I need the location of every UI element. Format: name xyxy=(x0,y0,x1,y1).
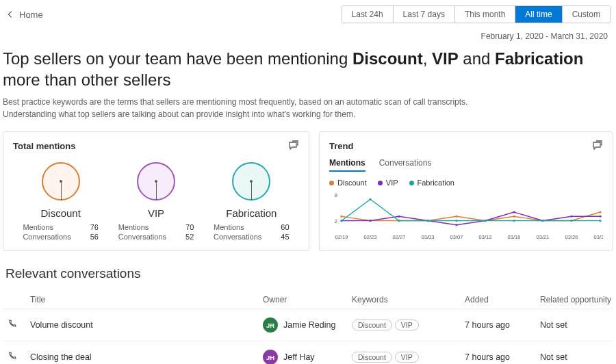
mention-circle-icon xyxy=(42,162,80,200)
row-owner: JRJamie Reding xyxy=(263,317,352,333)
col-opportunity: Related opportunity xyxy=(540,295,612,304)
total-mentions-card: Total mentions DiscountMentions76Convers… xyxy=(3,131,309,251)
trend-title: Trend xyxy=(329,141,353,151)
avatar: JR xyxy=(263,317,278,333)
mention-item-fabrication: FabricationMentions60Conversations45 xyxy=(214,162,290,241)
svg-point-22 xyxy=(599,216,601,218)
svg-point-30 xyxy=(541,220,543,222)
svg-text:03/26: 03/26 xyxy=(565,234,578,240)
phone-icon xyxy=(7,319,17,329)
back-arrow-icon xyxy=(5,10,15,19)
svg-point-14 xyxy=(369,220,371,222)
col-title: Title xyxy=(30,295,263,304)
conversations-label: Conversations xyxy=(23,233,70,241)
svg-point-9 xyxy=(513,216,515,218)
mention-name: VIP xyxy=(118,207,194,219)
conversations-value: 56 xyxy=(90,233,99,241)
keyword-pill: VIP xyxy=(395,320,419,330)
svg-point-25 xyxy=(398,220,400,222)
legend-dot-icon xyxy=(409,181,414,185)
svg-point-15 xyxy=(398,216,400,218)
mention-circle-icon xyxy=(137,162,175,200)
page-subtitle: Best practice keywords are the terms tha… xyxy=(3,96,613,131)
time-range-selector: Last 24hLast 7 daysThis monthAll timeCus… xyxy=(342,5,611,23)
svg-point-23 xyxy=(340,220,342,222)
tab-mentions[interactable]: Mentions xyxy=(329,158,365,172)
col-added: Added xyxy=(465,295,540,304)
svg-text:03/12: 03/12 xyxy=(479,234,492,240)
mentions-value: 70 xyxy=(185,223,194,231)
table-row[interactable]: Volume discountJRJamie RedingDiscountVIP… xyxy=(3,309,613,341)
relevant-conversations-title: Relevant conversations xyxy=(5,266,613,281)
svg-point-29 xyxy=(513,220,515,222)
svg-text:03/21: 03/21 xyxy=(537,234,550,240)
legend-discount: Discount xyxy=(329,179,367,187)
svg-text:8: 8 xyxy=(335,192,338,198)
row-added: 7 hours ago xyxy=(465,320,540,330)
keyword-pill: Discount xyxy=(352,320,392,330)
phone-icon xyxy=(7,351,17,361)
row-opportunity: Not set xyxy=(540,320,612,330)
total-mentions-title: Total mentions xyxy=(13,141,75,151)
svg-point-3 xyxy=(340,216,342,218)
mention-item-vip: VIPMentions70Conversations52 xyxy=(118,162,194,241)
row-opportunity: Not set xyxy=(540,352,612,362)
row-keywords: DiscountVIP xyxy=(352,352,465,363)
table-row[interactable]: Closing the dealJHJeff HayDiscountVIP7 h… xyxy=(3,341,613,364)
svg-text:03/03: 03/03 xyxy=(422,234,435,240)
trend-chart: 8202/1902/2302/2703/0303/0703/1203/1603/… xyxy=(329,192,603,240)
mention-name: Fabrication xyxy=(214,207,290,219)
svg-text:03/07: 03/07 xyxy=(450,234,463,240)
row-keywords: DiscountVIP xyxy=(352,320,465,330)
avatar: JH xyxy=(263,350,278,364)
row-owner: JHJeff Hay xyxy=(263,350,352,364)
mentions-value: 60 xyxy=(281,223,289,231)
mention-circle-icon xyxy=(232,162,270,200)
svg-point-27 xyxy=(455,220,457,222)
legend-dot-icon xyxy=(378,181,383,185)
legend-vip: VIP xyxy=(378,179,398,187)
back-label: Home xyxy=(19,10,43,20)
svg-text:03/31: 03/31 xyxy=(594,234,603,240)
time-range-all-time[interactable]: All time xyxy=(515,6,562,23)
svg-point-12 xyxy=(599,211,601,213)
svg-text:03/16: 03/16 xyxy=(508,234,521,240)
table-header: Title Owner Keywords Added Related oppor… xyxy=(3,291,613,309)
svg-point-24 xyxy=(369,198,371,200)
time-range-last-7-days[interactable]: Last 7 days xyxy=(394,6,455,23)
time-range-this-month[interactable]: This month xyxy=(455,6,515,23)
time-range-custom[interactable]: Custom xyxy=(563,6,610,23)
time-range-last-24h[interactable]: Last 24h xyxy=(342,6,394,23)
mentions-label: Mentions xyxy=(214,223,261,231)
mentions-label: Mentions xyxy=(23,223,70,231)
row-added: 7 hours ago xyxy=(465,352,540,362)
col-owner: Owner xyxy=(263,295,352,304)
legend-dot-icon xyxy=(329,181,334,185)
svg-point-31 xyxy=(570,220,572,222)
row-title: Closing the deal xyxy=(30,352,263,362)
svg-text:02/19: 02/19 xyxy=(335,234,348,240)
conversations-label: Conversations xyxy=(118,233,166,241)
page-title: Top sellers on your team have been menti… xyxy=(3,48,613,96)
svg-text:02/23: 02/23 xyxy=(364,234,377,240)
legend-fabrication: Fabrication xyxy=(409,179,454,187)
conversations-value: 45 xyxy=(281,233,289,241)
mentions-value: 76 xyxy=(90,223,99,231)
date-range-display: February 1, 2020 - March 31, 2020 xyxy=(3,27,613,48)
chat-icon[interactable] xyxy=(592,140,603,151)
svg-point-28 xyxy=(484,220,486,222)
svg-point-19 xyxy=(513,211,515,213)
keyword-pill: Discount xyxy=(352,352,392,363)
keyword-pill: VIP xyxy=(395,352,419,363)
svg-text:02/27: 02/27 xyxy=(393,234,406,240)
row-title: Volume discount xyxy=(30,320,263,330)
svg-point-26 xyxy=(426,220,428,222)
trend-card: Trend Mentions Conversations DiscountVIP… xyxy=(319,131,613,251)
back-home[interactable]: Home xyxy=(5,10,43,20)
tab-conversations[interactable]: Conversations xyxy=(379,158,432,172)
svg-point-32 xyxy=(599,220,601,222)
chat-icon[interactable] xyxy=(288,140,299,151)
conversations-value: 52 xyxy=(185,233,194,241)
svg-point-17 xyxy=(455,224,457,226)
svg-point-21 xyxy=(570,216,572,218)
